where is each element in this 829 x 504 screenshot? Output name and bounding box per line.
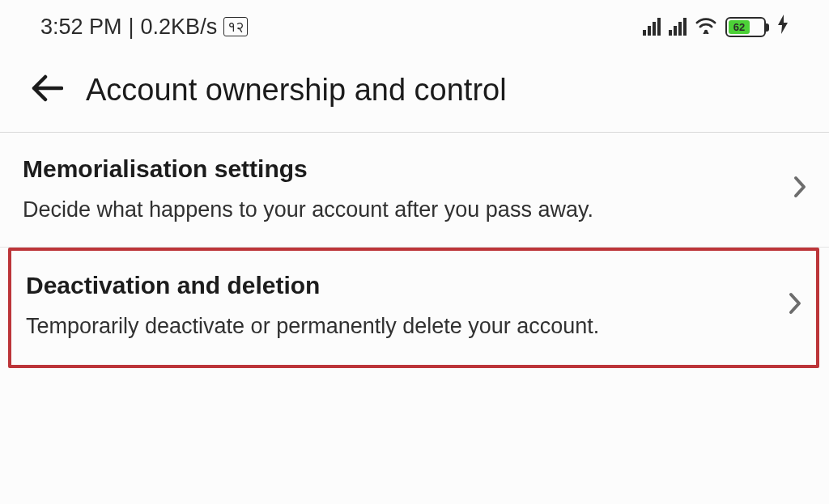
signal-icon-1 [643,18,661,36]
item-subtitle: Decide what happens to your account afte… [23,197,593,222]
status-transfer: 0.2KB/s [141,15,218,40]
wifi-icon [695,16,717,37]
memorialisation-settings-item[interactable]: Memorialisation settings Decide what hap… [0,133,829,248]
status-time: 3:52 PM [40,15,122,40]
chevron-right-icon [789,290,801,321]
deactivation-deletion-item[interactable]: Deactivation and deletion Temporarily de… [11,251,816,365]
charging-icon [777,15,789,39]
highlighted-box: Deactivation and deletion Temporarily de… [8,248,819,368]
svg-point-0 [704,30,708,33]
battery-icon: 62 [725,17,766,37]
status-left: 3:52 PM | 0.2KB/s १२ [40,15,248,40]
settings-list: Memorialisation settings Decide what hap… [0,133,829,368]
battery-level: 62 [729,20,750,34]
status-right: 62 [643,15,789,39]
page-title: Account ownership and control [86,73,507,108]
signal-icon-2 [669,18,687,36]
item-title: Deactivation and deletion [26,272,599,299]
status-bar: 3:52 PM | 0.2KB/s १२ 62 [0,0,829,49]
item-subtitle: Temporarily deactivate or permanently de… [26,314,599,339]
chevron-right-icon [793,173,806,205]
item-title: Memorialisation settings [23,155,593,183]
page-header: Account ownership and control [0,49,829,133]
lang-badge: १२ [223,17,248,36]
back-arrow-icon[interactable] [31,74,63,108]
